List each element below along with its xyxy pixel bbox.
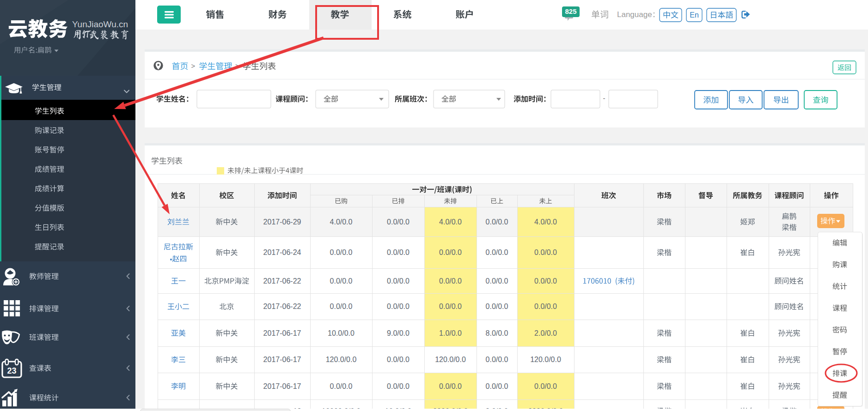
svg-text:1.0/0.0: 1.0/0.0 <box>439 329 462 337</box>
svg-text:>: > <box>191 62 196 70</box>
svg-text:4.0/0.0: 4.0/0.0 <box>534 218 557 226</box>
svg-text:120.0/0.0: 120.0/0.0 <box>326 356 357 363</box>
svg-text:2017-06-17: 2017-06-17 <box>263 329 301 337</box>
svg-text:0.0/0.0: 0.0/0.0 <box>330 277 353 285</box>
svg-text:2017-06-22: 2017-06-22 <box>263 302 301 310</box>
svg-text:0.0/0.0: 0.0/0.0 <box>387 218 410 226</box>
svg-text:0.0/0.0: 0.0/0.0 <box>534 277 557 285</box>
svg-text:0.0/0.0: 0.0/0.0 <box>387 356 410 363</box>
svg-text:0.0/0.0: 0.0/0.0 <box>439 248 462 256</box>
svg-text:0.0/0.0: 0.0/0.0 <box>387 302 410 310</box>
svg-text:120.0/0.0: 120.0/0.0 <box>435 356 466 363</box>
svg-text:0.0/0.0: 0.0/0.0 <box>387 248 410 256</box>
svg-text:9.0/0.0: 9.0/0.0 <box>387 329 410 337</box>
svg-text:2017-06-17: 2017-06-17 <box>263 356 301 363</box>
svg-text:8.0/0.0: 8.0/0.0 <box>486 329 508 337</box>
svg-text:0.0/0.0: 0.0/0.0 <box>330 248 353 256</box>
svg-text:4.0/0.0: 4.0/0.0 <box>439 218 462 226</box>
svg-text:10.0/0.0: 10.0/0.0 <box>328 329 355 337</box>
svg-text:0.0/0.0: 0.0/0.0 <box>439 302 462 310</box>
svg-text:120.0/0.0: 120.0/0.0 <box>530 356 561 363</box>
svg-text:0.0/0.0: 0.0/0.0 <box>330 382 353 390</box>
svg-text:0.0/0.0: 0.0/0.0 <box>534 302 557 310</box>
svg-text:0.0/0.0: 0.0/0.0 <box>534 382 557 390</box>
svg-text:0.0/0.0: 0.0/0.0 <box>486 302 508 310</box>
svg-text:2017-06-29: 2017-06-29 <box>263 218 301 226</box>
svg-text:0.0/0.0: 0.0/0.0 <box>486 277 508 285</box>
svg-text:4.0/0.0: 4.0/0.0 <box>330 218 353 226</box>
svg-text:2017-06-22: 2017-06-22 <box>263 277 301 285</box>
svg-text:825: 825 <box>565 7 576 15</box>
svg-text:0.0/0.0: 0.0/0.0 <box>486 382 508 390</box>
svg-text:0.0/0.0: 0.0/0.0 <box>439 277 462 285</box>
svg-text:2017-06-17: 2017-06-17 <box>263 382 301 390</box>
svg-text:0.0/0.0: 0.0/0.0 <box>439 382 462 390</box>
svg-text:-: - <box>603 94 605 102</box>
svg-text:0.0/0.0: 0.0/0.0 <box>330 302 353 310</box>
svg-text:2017-06-24: 2017-06-24 <box>263 248 301 256</box>
svg-text:0.0/0.0: 0.0/0.0 <box>486 248 508 256</box>
svg-text:0.0/0.0: 0.0/0.0 <box>387 277 410 285</box>
svg-text:0.0/0.0: 0.0/0.0 <box>486 356 508 363</box>
svg-text:0.0/0.0: 0.0/0.0 <box>534 248 557 256</box>
svg-text:2.0/0.0: 2.0/0.0 <box>534 329 557 337</box>
svg-text:YunJiaoWu.cn: YunJiaoWu.cn <box>72 19 128 29</box>
svg-text:Language: Language <box>617 10 652 19</box>
svg-text:En: En <box>690 11 699 19</box>
svg-text:0.0/0.0: 0.0/0.0 <box>387 382 410 390</box>
svg-text:0.0/0.0: 0.0/0.0 <box>486 218 508 226</box>
svg-text:23: 23 <box>7 366 16 375</box>
